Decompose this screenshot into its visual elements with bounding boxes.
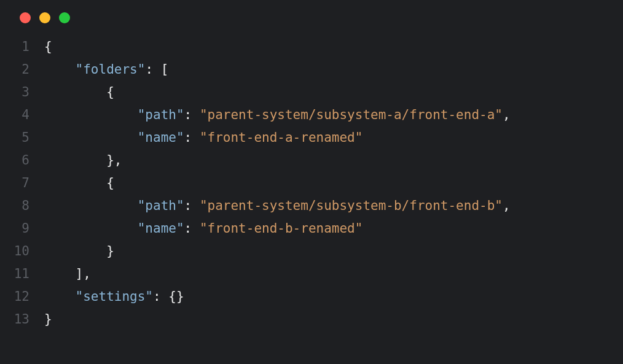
code-line[interactable]: "name": "front-end-a-renamed": [44, 126, 623, 149]
token-comma: ,: [503, 107, 511, 122]
line-number: 7: [0, 172, 29, 195]
token-brace: }: [44, 312, 52, 327]
token-brace: {: [106, 85, 114, 99]
line-number: 2: [0, 58, 29, 81]
line-number: 3: [0, 81, 29, 104]
code-line[interactable]: }: [44, 240, 623, 263]
token-colon: :: [184, 107, 200, 122]
close-icon[interactable]: [20, 12, 31, 23]
code-content[interactable]: { "folders": [ { "path": "parent-system/…: [44, 36, 623, 331]
code-line[interactable]: "name": "front-end-b-renamed": [44, 217, 623, 240]
token-colon: :: [145, 62, 160, 77]
token-key: "path": [138, 198, 184, 213]
line-number: 6: [0, 149, 29, 172]
line-number: 13: [0, 308, 29, 331]
token-colon: :: [184, 221, 200, 236]
line-number: 10: [0, 240, 29, 263]
token-key: "name": [138, 221, 184, 236]
code-editor[interactable]: 12345678910111213 { "folders": [ { "path…: [0, 29, 623, 331]
token-key: "settings": [76, 289, 153, 304]
token-colon: :: [153, 289, 168, 304]
token-key: "folders": [76, 62, 146, 77]
code-line[interactable]: },: [44, 149, 623, 172]
code-window: 12345678910111213 { "folders": [ { "path…: [0, 0, 623, 364]
line-number: 4: [0, 104, 29, 126]
token-brace: {: [106, 176, 114, 190]
line-number: 12: [0, 285, 29, 308]
line-number: 9: [0, 217, 29, 240]
minimize-icon[interactable]: [39, 12, 50, 23]
code-line[interactable]: "settings": {}: [44, 285, 623, 308]
code-line[interactable]: {: [44, 172, 623, 195]
token-comma: ,: [114, 153, 122, 168]
token-bracket: [: [161, 62, 169, 77]
token-bracket: ]: [76, 266, 84, 281]
token-brace: {: [44, 39, 52, 54]
code-line[interactable]: {: [44, 81, 623, 104]
code-line[interactable]: ],: [44, 263, 623, 285]
window-titlebar: [0, 0, 623, 29]
token-colon: :: [184, 130, 200, 145]
token-string: "front-end-b-renamed": [200, 221, 363, 236]
line-number: 5: [0, 126, 29, 149]
token-brace: }: [106, 153, 114, 168]
code-line[interactable]: }: [44, 308, 623, 331]
zoom-icon[interactable]: [59, 12, 70, 23]
token-brace: {}: [168, 289, 184, 304]
code-line[interactable]: "folders": [: [44, 58, 623, 81]
token-key: "name": [138, 130, 184, 145]
line-number: 1: [0, 36, 29, 58]
code-line[interactable]: {: [44, 36, 623, 58]
line-gutter: 12345678910111213: [0, 36, 44, 331]
token-comma: ,: [503, 198, 511, 213]
token-colon: :: [184, 198, 200, 213]
token-string: "front-end-a-renamed": [200, 130, 363, 145]
line-number: 8: [0, 195, 29, 217]
token-key: "path": [138, 107, 184, 122]
token-string: "parent-system/subsystem-a/front-end-a": [200, 107, 503, 122]
token-comma: ,: [83, 266, 91, 281]
code-line[interactable]: "path": "parent-system/subsystem-b/front…: [44, 195, 623, 217]
code-line[interactable]: "path": "parent-system/subsystem-a/front…: [44, 104, 623, 126]
token-brace: }: [106, 244, 114, 258]
token-string: "parent-system/subsystem-b/front-end-b": [200, 198, 503, 213]
line-number: 11: [0, 263, 29, 285]
